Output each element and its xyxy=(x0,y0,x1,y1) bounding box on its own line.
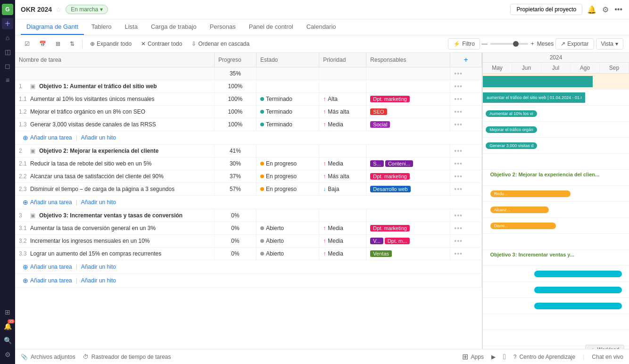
cascade-button[interactable]: ⇩ Ordenar en cascada xyxy=(188,39,253,49)
home-icon[interactable]: ⌂ xyxy=(2,32,13,43)
tab-panel[interactable]: Panel de control xyxy=(243,19,299,35)
checkbox-btn[interactable]: ☑ xyxy=(21,39,33,49)
chat-item[interactable]: Chat en vivo xyxy=(592,354,623,360)
month-jul: Jul xyxy=(541,63,571,73)
status-badge[interactable]: En marcha ▾ xyxy=(66,5,108,14)
col-header-add[interactable]: + xyxy=(450,53,482,67)
task-row-1-1: 1.1 Aumentar al 10% los visitantes único… xyxy=(15,93,482,106)
grid-icon[interactable]: ⊞ xyxy=(2,306,13,318)
tag-1-3[interactable]: Social xyxy=(370,121,390,128)
gantt-bar-3-3[interactable] xyxy=(534,303,622,309)
expand-all-button[interactable]: ⊕ Expandir todo xyxy=(86,39,135,49)
tag-3-1[interactable]: Dpt. marketing xyxy=(370,225,410,232)
calendar-toolbar-btn[interactable]: 📅 xyxy=(35,39,50,49)
month-may: May xyxy=(483,63,512,73)
tag-3-2a[interactable]: V... xyxy=(370,238,383,244)
apple-item[interactable]:  xyxy=(503,353,506,361)
settings-icon[interactable]: ⚙ xyxy=(2,349,13,360)
gantt-bar-2-3[interactable]: Dismi... xyxy=(490,223,556,229)
gantt-bar-summary[interactable] xyxy=(483,76,593,87)
header-settings-icon[interactable]: ⚙ xyxy=(601,4,610,15)
task-row-3-1: 3.1 Aumentar la tasa de conversión gener… xyxy=(15,222,482,235)
tab-lista[interactable]: Lista xyxy=(119,19,143,35)
gantt-bar-2-2[interactable]: Alcanz... xyxy=(490,207,549,213)
add-milestone-btn-2[interactable]: Añadir un hito xyxy=(81,199,116,206)
add-button[interactable]: + xyxy=(2,18,13,29)
tag-3-3[interactable]: Ventas xyxy=(370,250,392,257)
task3-2-name: 3.2 Incrementar los ingresos mensuales e… xyxy=(15,235,214,248)
more-icon[interactable]: ••• xyxy=(613,4,623,15)
apps-item[interactable]: ⊞ Apps xyxy=(462,352,484,361)
owner-button[interactable]: Propietario del proyecto xyxy=(510,4,582,15)
gantt-row-summary xyxy=(483,74,629,90)
tag-2-1a[interactable]: S... xyxy=(370,160,384,167)
tag-1-2[interactable]: SEO xyxy=(370,108,387,115)
tag-2-2[interactable]: Dpt. marketing xyxy=(370,173,410,180)
status-dot-3-3 xyxy=(260,252,264,256)
tab-tablero[interactable]: Tablero xyxy=(86,19,117,35)
tag-1-1[interactable]: Dpt. marketing xyxy=(370,96,410,102)
tab-gantt[interactable]: Diagrama de Gantt xyxy=(21,19,84,35)
gantt-row-2-3: Dismi... xyxy=(483,218,629,234)
filter-button[interactable]: ⚡ Filtro xyxy=(448,38,480,50)
view-button[interactable]: Vista ▾ xyxy=(596,38,623,50)
gantt-bar-3-2[interactable] xyxy=(534,287,622,293)
sort-btn[interactable]: ⇅ xyxy=(66,39,78,49)
gantt-bar-1-1[interactable]: Aumentar al 10% los visitant... xyxy=(486,110,537,117)
gantt-bar-obj1[interactable]: aumentar el tráfico del sitio web | 01.0… xyxy=(483,92,585,103)
add-task-btn-1[interactable]: Añadir una tarea xyxy=(30,134,72,141)
status-dot-2-1 xyxy=(260,162,264,165)
notifications-icon[interactable]: 🔔 xyxy=(586,4,597,15)
obj3-collapse[interactable]: ▣ xyxy=(30,212,35,219)
gantt-bar-3-1[interactable] xyxy=(534,271,622,277)
gantt-bar-1-2[interactable]: Mejorar el tráfico orgánico en u... xyxy=(486,126,537,133)
status-dot-2-2 xyxy=(260,174,264,178)
learning-item[interactable]: ? Centro de Aprendizaje xyxy=(513,354,575,360)
collapse-all-button[interactable]: ✕ Contraer todo xyxy=(137,39,186,49)
time-tracker-label: Rastreador de tiempo de tareas xyxy=(91,354,171,360)
gantt-row-add3 xyxy=(483,314,629,330)
add-milestone-btn-1[interactable]: Añadir un hito xyxy=(81,134,116,141)
learning-label: Centro de Aprendizaje xyxy=(519,354,575,360)
search-icon[interactable]: 🔍 xyxy=(2,335,13,346)
add-global-milestone-btn[interactable]: Añadir un hito xyxy=(81,277,116,284)
status-dot-3-2 xyxy=(260,239,264,243)
attachments-item[interactable]: 📎 Archivos adjuntos xyxy=(21,354,75,360)
play-item[interactable]: ▶ xyxy=(491,354,496,360)
add-task-btn-3[interactable]: Añadir una tarea xyxy=(30,264,72,270)
zoom-minus[interactable]: — xyxy=(482,41,488,47)
gantt-bar-1-3[interactable]: Generar 3,000 visitas desde can... xyxy=(486,142,537,149)
brand-logo[interactable]: G xyxy=(2,4,13,15)
tab-calendario[interactable]: Calendario xyxy=(301,19,342,35)
tab-personas[interactable]: Personas xyxy=(204,19,241,35)
priority-arrow-2-1: ↑ xyxy=(323,160,326,167)
task2-2-name: 2.2 Alcanzar una tasa de satisfacción de… xyxy=(15,170,214,183)
star-icon[interactable]: ☆ xyxy=(56,6,62,13)
zoom-dot[interactable] xyxy=(513,41,519,47)
zoom-slider[interactable] xyxy=(490,43,528,45)
group-btn[interactable]: ⊞ xyxy=(52,39,64,49)
add-milestone-btn-3[interactable]: Añadir un hito xyxy=(81,264,116,270)
notification-icon[interactable]: 🔔 35 xyxy=(2,321,13,332)
tag-2-1b[interactable]: Conteni... xyxy=(385,160,413,167)
add-global-task-btn[interactable]: Añadir una tarea xyxy=(30,277,72,284)
summary-dots[interactable]: ••• xyxy=(450,67,482,80)
menu-icon[interactable]: ≡ xyxy=(2,74,13,86)
summary-status xyxy=(256,67,319,80)
status-dot-1-1 xyxy=(260,97,264,101)
export-button[interactable]: ↗ Exportar xyxy=(555,38,594,50)
obj2-collapse[interactable]: ▣ xyxy=(30,148,35,154)
calendar-icon[interactable]: ◻ xyxy=(2,60,13,72)
apps-label: Apps xyxy=(471,354,484,360)
tag-2-3[interactable]: Desarrollo web xyxy=(370,186,410,192)
inbox-icon[interactable]: ◫ xyxy=(2,46,13,58)
tag-3-2b[interactable]: Dpt. m... xyxy=(385,238,410,244)
time-tracker-item[interactable]: ⏱ Rastreador de tiempo de tareas xyxy=(83,354,171,360)
tab-carga[interactable]: Carga de trabajo xyxy=(145,19,202,35)
zoom-plus[interactable]: + xyxy=(531,41,534,47)
workload-button[interactable]: ▲ Workload xyxy=(585,345,624,349)
obj1-collapse[interactable]: ▣ xyxy=(30,83,35,90)
month-jun: Jun xyxy=(512,63,541,73)
add-task-btn-2[interactable]: Añadir una tarea xyxy=(30,199,72,206)
gantt-bar-2-1[interactable]: Redu... xyxy=(490,190,571,197)
